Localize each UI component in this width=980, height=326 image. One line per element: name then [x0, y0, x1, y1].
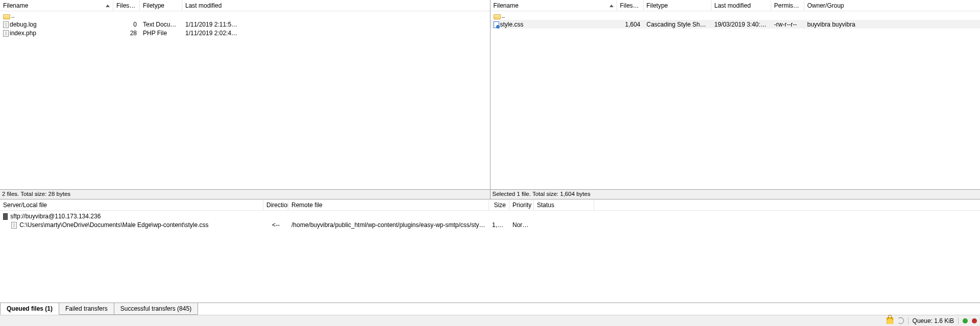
- file-size: [113, 15, 140, 16]
- queue-direction: <--: [263, 221, 288, 229]
- file-type: [644, 15, 712, 16]
- remote-file-header: Filename Filesize Filetype Last modified…: [491, 0, 981, 11]
- file-row[interactable]: index.php28PHP File1/11/2019 2:02:46 PM: [0, 29, 490, 37]
- queue-local-path: C:\Users\marty\OneDrive\Documents\Male E…: [19, 221, 208, 229]
- file-modified: [182, 15, 243, 16]
- local-file-list[interactable]: ..debug.log0Text Document1/11/2019 2:11:…: [0, 11, 490, 189]
- file-size: [617, 15, 644, 16]
- queue-size: 1,604: [489, 221, 509, 229]
- file-permissions: [771, 15, 804, 16]
- file-type: Text Document: [140, 20, 182, 29]
- file-owner: [804, 15, 866, 16]
- col-priority[interactable]: Priority: [509, 200, 534, 210]
- col-direction[interactable]: Direction: [263, 200, 288, 210]
- queue-server-row[interactable]: sftp://buyvibra@110.173.134.236: [0, 212, 980, 220]
- local-panel: Filename Filesize Filetype Last modified…: [0, 0, 491, 199]
- col-last-modified[interactable]: Last modified: [182, 1, 243, 11]
- queue-body[interactable]: sftp://buyvibra@110.173.134.236 C:\Users…: [0, 211, 980, 303]
- file-size: 1,604: [617, 20, 644, 29]
- file-row[interactable]: ..: [491, 11, 981, 20]
- statusbar-separator: [908, 317, 909, 324]
- file-type: PHP File: [140, 29, 182, 37]
- doc-icon: [3, 30, 9, 37]
- folder-icon: [3, 14, 10, 19]
- sync-icon[interactable]: [897, 317, 904, 324]
- tab-queued-files[interactable]: Queued files (1): [0, 303, 59, 315]
- statusbar-separator: [958, 317, 959, 324]
- local-status-bar: 2 files. Total size: 28 bytes: [0, 189, 490, 199]
- col-last-modified[interactable]: Last modified: [712, 1, 771, 11]
- server-label: sftp://buyvibra@110.173.134.236: [10, 213, 101, 220]
- file-owner: buyvibra buyvibra: [804, 20, 866, 29]
- app-statusbar: Queue: 1.6 KiB: [0, 315, 980, 326]
- file-modified: 1/11/2019 2:11:51 PM: [182, 20, 243, 29]
- file-type: Cascading Style Sheet Doc...: [644, 20, 712, 29]
- file-type: [140, 15, 182, 16]
- file-name: style.css: [500, 21, 524, 28]
- css-icon: [494, 21, 499, 28]
- col-permissions[interactable]: Permissions: [771, 1, 804, 11]
- file-row[interactable]: debug.log0Text Document1/11/2019 2:11:51…: [0, 20, 490, 29]
- col-filesize[interactable]: Filesize: [617, 1, 644, 11]
- col-filesize[interactable]: Filesize: [113, 1, 140, 11]
- file-size: 0: [113, 20, 140, 29]
- file-name: ..: [502, 12, 505, 19]
- tab-failed-transfers[interactable]: Failed transfers: [59, 303, 114, 315]
- col-remote-file[interactable]: Remote file: [288, 200, 489, 210]
- col-size[interactable]: Size: [489, 200, 509, 210]
- file-modified: [712, 15, 771, 16]
- file-size: 28: [113, 29, 140, 37]
- col-owner-group[interactable]: Owner/Group: [804, 1, 866, 11]
- queue-item-row[interactable]: C:\Users\marty\OneDrive\Documents\Male E…: [0, 220, 980, 229]
- col-filename[interactable]: Filename: [0, 1, 113, 11]
- queue-size-label: Queue: 1.6 KiB: [913, 317, 954, 324]
- file-modified: 19/03/2019 3:40:43 PM: [712, 20, 771, 29]
- doc-icon: [3, 21, 9, 28]
- lock-icon[interactable]: [887, 317, 893, 324]
- folder-icon: [494, 14, 501, 19]
- server-icon: [3, 213, 8, 220]
- col-filename[interactable]: Filename: [491, 1, 617, 11]
- remote-panel: Filename Filesize Filetype Last modified…: [491, 0, 981, 199]
- local-file-header: Filename Filesize Filetype Last modified: [0, 0, 490, 11]
- remote-status-bar: Selected 1 file. Total size: 1,604 bytes: [491, 189, 981, 199]
- file-permissions: -rw-r--r--: [771, 20, 804, 29]
- file-name: ..: [11, 12, 15, 19]
- queue-tabs: Queued files (1) Failed transfers Succes…: [0, 303, 980, 315]
- tab-successful-transfers[interactable]: Successful transfers (845): [114, 303, 198, 315]
- transfer-queue: Server/Local file Direction Remote file …: [0, 199, 980, 315]
- file-row[interactable]: style.css1,604Cascading Style Sheet Doc.…: [491, 20, 981, 29]
- file-name: index.php: [10, 30, 36, 37]
- file-name: debug.log: [10, 21, 37, 28]
- queue-header: Server/Local file Direction Remote file …: [0, 199, 980, 211]
- col-status[interactable]: Status: [534, 200, 594, 210]
- file-row[interactable]: ..: [0, 11, 490, 20]
- file-icon: [11, 222, 17, 229]
- queue-remote-path: /home/buyvibra/public_html/wp-content/pl…: [288, 221, 489, 229]
- col-filetype[interactable]: Filetype: [140, 1, 182, 11]
- status-dot-green[interactable]: [963, 318, 968, 323]
- col-server-local-file[interactable]: Server/Local file: [0, 200, 263, 210]
- remote-file-list[interactable]: ..style.css1,604Cascading Style Sheet Do…: [491, 11, 981, 189]
- queue-priority: Normal: [509, 221, 534, 229]
- status-dot-red[interactable]: [972, 318, 977, 323]
- col-filetype[interactable]: Filetype: [644, 1, 712, 11]
- file-modified: 1/11/2019 2:02:46 PM: [182, 29, 243, 37]
